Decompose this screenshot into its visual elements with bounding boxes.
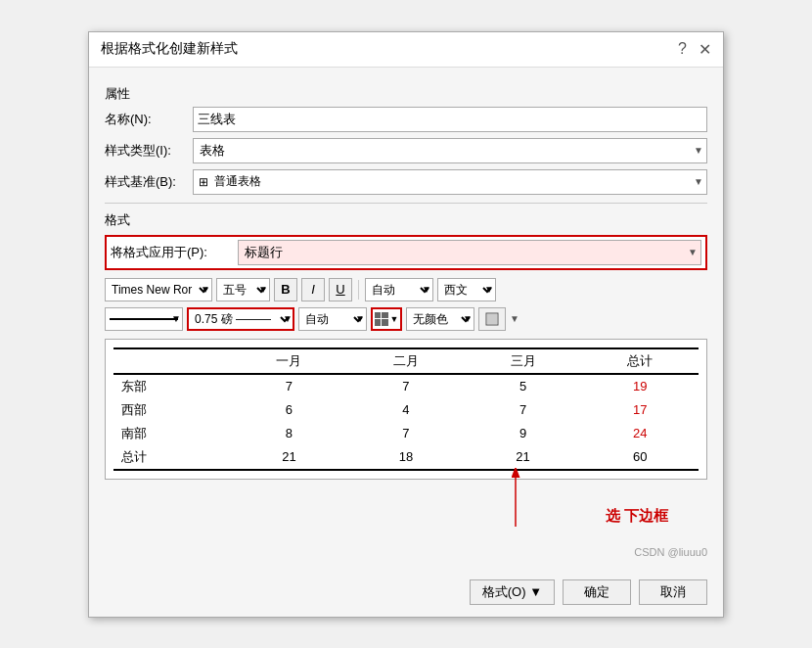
font-name-wrapper: Times New Ror ▼	[105, 278, 212, 301]
title-bar: 根据格式化创建新样式 ? ✕	[89, 32, 723, 68]
style-base-label: 样式基准(B):	[105, 173, 193, 191]
border-toolbar-row: ▼ 0.75 磅 ——— ▼ 自动 ▼	[105, 307, 707, 331]
style-type-label: 样式类型(I):	[105, 142, 193, 160]
border-width-wrapper: 0.75 磅 ——— ▼	[187, 307, 294, 331]
svg-rect-1	[487, 314, 497, 324]
table-cell: 19	[581, 374, 699, 398]
dialog-footer: 格式(O) ▼ 确定 取消	[89, 572, 723, 617]
table-row: 南部87924	[113, 422, 699, 445]
border-color-select[interactable]: 自动	[298, 307, 367, 331]
table-row-label: 总计	[113, 445, 231, 470]
border-line-inner	[110, 318, 178, 320]
dialog-window: 根据格式化创建新样式 ? ✕ 属性 名称(N): 样式类型(I): 表格 ▼ 样…	[88, 31, 724, 618]
more-shading-arrow[interactable]: ▼	[510, 313, 519, 324]
table-cell: 17	[581, 398, 699, 422]
title-bar-controls: ? ✕	[678, 40, 711, 59]
font-size-wrapper: 五号 ▼	[216, 278, 270, 301]
name-input[interactable]	[193, 107, 707, 132]
table-row-label: 西部	[113, 398, 231, 422]
close-icon[interactable]: ✕	[699, 40, 711, 59]
style-base-select-wrapper: ⊞ 普通表格 ▼	[193, 169, 707, 195]
table-header-col-4: 总计	[581, 348, 699, 374]
table-cell: 60	[581, 445, 699, 470]
style-base-select[interactable]	[193, 169, 707, 195]
table-row: 西部64717	[113, 398, 699, 422]
font-size-select[interactable]: 五号	[216, 278, 270, 301]
cancel-button[interactable]: 取消	[639, 579, 707, 605]
style-type-select[interactable]: 表格	[193, 138, 707, 163]
grid-cell-2	[382, 312, 388, 319]
table-cell: 18	[347, 445, 465, 470]
format-section-label: 格式	[105, 211, 707, 229]
table-header-row: 一月 二月 三月 总计	[113, 348, 699, 374]
border-width-select[interactable]: 0.75 磅 ———	[187, 307, 294, 331]
style-type-row: 样式类型(I): 表格 ▼	[105, 138, 707, 163]
table-header-col-2: 二月	[347, 348, 465, 374]
table-header-first	[113, 348, 231, 374]
preview-section: 一月 二月 三月 总计 东部77519西部64717南部87924总计21182…	[105, 339, 707, 546]
arrow-annotation	[467, 468, 584, 536]
table-cell: 7	[465, 398, 582, 422]
border-color-wrapper: 自动 ▼	[298, 307, 367, 331]
name-label: 名称(N):	[105, 111, 193, 128]
preview-table: 一月 二月 三月 总计 东部77519西部64717南部87924总计21182…	[113, 347, 699, 471]
separator-1	[358, 280, 359, 300]
dialog-body: 属性 名称(N): 样式类型(I): 表格 ▼ 样式基准(B): ⊞ 普通表格	[89, 68, 723, 572]
bold-button[interactable]: B	[274, 278, 297, 301]
name-row: 名称(N):	[105, 107, 707, 132]
table-cell: 8	[231, 422, 348, 445]
apply-format-select[interactable]: 标题行	[238, 240, 701, 265]
grid-cell-1	[375, 312, 382, 319]
format-button[interactable]: 格式(O) ▼	[470, 579, 555, 605]
underline-button[interactable]: U	[329, 278, 352, 301]
style-base-row: 样式基准(B): ⊞ 普通表格 ▼	[105, 169, 707, 195]
apply-format-select-wrapper: 标题行 ▼	[238, 240, 701, 265]
table-header-col-1: 一月	[231, 348, 348, 374]
table-row-label: 东部	[113, 374, 231, 398]
table-cell: 6	[231, 398, 348, 422]
table-row: 总计21182160	[113, 445, 699, 470]
no-color-wrapper: 无颜色 ▼	[406, 307, 474, 331]
border-line-preview[interactable]	[105, 307, 183, 331]
table-cell: 24	[581, 422, 699, 445]
ok-button[interactable]: 确定	[563, 579, 631, 605]
annotation-area: 选 下边框	[105, 487, 707, 546]
divider-1	[105, 203, 707, 204]
table-cell: 21	[465, 445, 582, 470]
select-border-hint: 选 下边框	[606, 507, 668, 526]
grid-cell-3	[375, 319, 382, 326]
help-icon[interactable]: ?	[678, 40, 687, 58]
table-cell: 4	[347, 398, 465, 422]
table-body: 东部77519西部64717南部87924总计21182160	[113, 374, 699, 470]
watermark: CSDN @liuuu0	[105, 546, 707, 558]
border-grid-button[interactable]: ▼	[371, 307, 402, 331]
table-cell: 7	[231, 374, 348, 398]
lang-select[interactable]: 西文	[437, 278, 496, 301]
grid-cell-4	[382, 319, 388, 326]
table-cell: 7	[347, 422, 465, 445]
grid-icon	[375, 312, 388, 326]
shading-button[interactable]	[478, 307, 506, 331]
no-color-select[interactable]: 无颜色	[406, 307, 474, 331]
italic-button[interactable]: I	[301, 278, 325, 301]
table-row-label: 南部	[113, 422, 231, 445]
style-type-select-wrapper: 表格 ▼	[193, 138, 707, 163]
apply-format-row: 将格式应用于(P): 标题行 ▼	[105, 235, 707, 270]
table-cell: 9	[465, 422, 582, 445]
font-color-select[interactable]: 自动	[365, 278, 433, 301]
lang-wrapper: 西文 ▼	[437, 278, 496, 301]
apply-format-label: 将格式应用于(P):	[111, 244, 238, 261]
shading-icon	[485, 312, 499, 326]
border-line-wrapper: ▼	[105, 307, 183, 331]
preview-table-container: 一月 二月 三月 总计 东部77519西部64717南部87924总计21182…	[105, 339, 707, 480]
table-cell: 5	[465, 374, 582, 398]
font-color-wrapper: 自动 ▼	[365, 278, 433, 301]
grid-dropdown-arrow: ▼	[390, 314, 399, 324]
dialog-title: 根据格式化创建新样式	[101, 40, 238, 58]
table-row: 东部77519	[113, 374, 699, 398]
font-toolbar-row: Times New Ror ▼ 五号 ▼ B I U 自动	[105, 278, 707, 301]
table-header-col-3: 三月	[465, 348, 582, 374]
table-cell: 21	[231, 445, 348, 470]
font-name-select[interactable]: Times New Ror	[105, 278, 212, 301]
properties-section-label: 属性	[105, 85, 707, 103]
